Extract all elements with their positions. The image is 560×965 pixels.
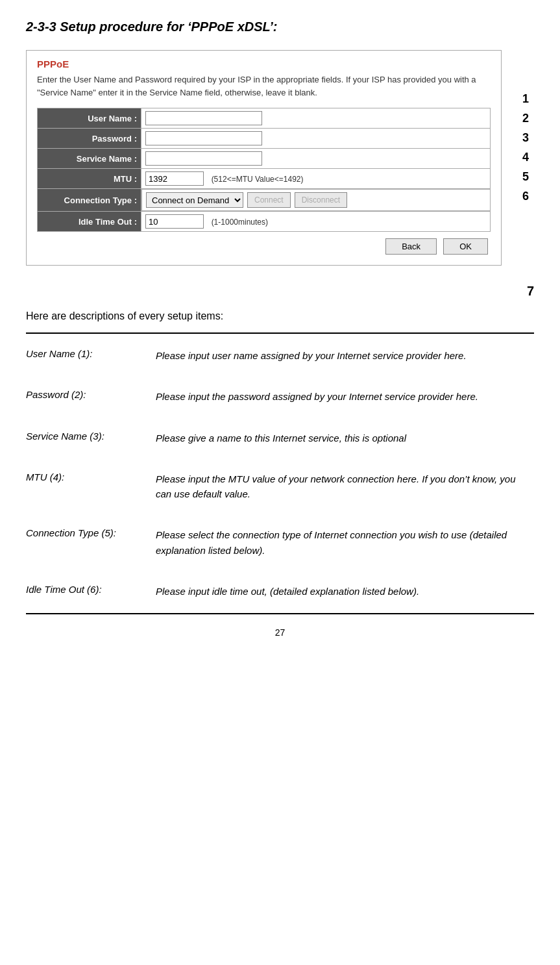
mtu-input-cell: 1392 (512<=MTU Value<=1492)	[141, 169, 491, 189]
connection-type-row: Connection Type : Connect on Demand Alwa…	[38, 189, 491, 212]
desc-text-4: Please input the MTU value of your netwo…	[156, 465, 534, 508]
desc-row-6: Idle Time Out (6): Please input idle tim…	[26, 577, 534, 605]
number-1: 1	[522, 89, 529, 108]
connection-type-select[interactable]: Connect on Demand Always On Manual	[146, 192, 243, 208]
idle-timeout-label: Idle Time Out :	[38, 212, 141, 232]
mtu-row: MTU : 1392 (512<=MTU Value<=1492)	[38, 169, 491, 189]
desc-row-3: Service Name (3): Please give a name to …	[26, 424, 534, 452]
desc-text-2: Please input the password assigned by yo…	[156, 382, 534, 410]
password-row: Password :	[38, 129, 491, 149]
ok-button[interactable]: OK	[443, 238, 488, 255]
service-name-input[interactable]	[145, 151, 262, 166]
connection-type-input-cell: Connect on Demand Always On Manual Conne…	[141, 189, 491, 211]
number-3: 3	[522, 128, 529, 147]
service-name-label: Service Name :	[38, 149, 141, 169]
number-6: 6	[522, 186, 529, 206]
field-numbers: 1 2 3 4 5 6	[522, 89, 529, 206]
service-name-row: Service Name :	[38, 149, 491, 169]
disconnect-button[interactable]: Disconnect	[295, 192, 347, 208]
desc-text-1: Please input user name assigned by your …	[156, 342, 534, 370]
desc-row-5: Connection Type (5): Please select the c…	[26, 521, 534, 564]
idle-timeout-row: Idle Time Out : 10 (1-1000minutes)	[38, 212, 491, 232]
desc-spacer-1	[26, 411, 534, 424]
desc-spacer-0	[26, 370, 534, 382]
number-5: 5	[522, 167, 529, 186]
desc-spacer-4	[26, 564, 534, 577]
service-name-input-cell	[141, 149, 491, 169]
mtu-input[interactable]: 1392	[145, 171, 204, 186]
config-form-table: User Name : Password : Service Name : MT…	[37, 108, 491, 232]
idle-timeout-hint: (1-1000minutes)	[212, 218, 268, 227]
form-buttons-row: Back OK	[37, 238, 491, 255]
user-name-row: User Name :	[38, 108, 491, 129]
idle-timeout-input[interactable]: 10	[145, 214, 204, 229]
desc-row-1: User Name (1): Please input user name as…	[26, 342, 534, 370]
connect-button[interactable]: Connect	[247, 192, 291, 208]
desc-label-2: Password (2):	[26, 382, 156, 410]
pppoe-config-box: PPPoE Enter the User Name and Password r…	[26, 50, 502, 266]
number-7: 7	[26, 284, 534, 299]
password-label: Password :	[38, 129, 141, 149]
password-input-cell	[141, 129, 491, 149]
desc-label-1: User Name (1):	[26, 342, 156, 370]
number-4: 4	[522, 147, 529, 167]
desc-label-4: MTU (4):	[26, 465, 156, 508]
desc-label-5: Connection Type (5):	[26, 521, 156, 564]
mtu-label: MTU :	[38, 169, 141, 189]
back-button[interactable]: Back	[385, 238, 437, 255]
top-rule	[26, 332, 534, 334]
user-name-input-cell	[141, 108, 491, 129]
desc-text-5: Please select the connection type of Int…	[156, 521, 534, 564]
desc-label-3: Service Name (3):	[26, 424, 156, 452]
desc-spacer-3	[26, 508, 534, 521]
descriptions-table: User Name (1): Please input user name as…	[26, 342, 534, 605]
user-name-input[interactable]	[145, 111, 262, 125]
desc-spacer-2	[26, 452, 534, 465]
desc-row-4: MTU (4): Please input the MTU value of y…	[26, 465, 534, 508]
descriptions-heading: Here are descriptions of every setup ite…	[26, 310, 534, 322]
number-2: 2	[522, 108, 529, 128]
pppoe-brand-label: PPPoE	[37, 58, 491, 69]
desc-text-6: Please input idle time out, (detailed ex…	[156, 577, 534, 605]
pppoe-description: Enter the User Name and Password require…	[37, 73, 491, 99]
user-name-label: User Name :	[38, 108, 141, 129]
desc-label-6: Idle Time Out (6):	[26, 577, 156, 605]
password-input[interactable]	[145, 131, 262, 145]
mtu-hint: (512<=MTU Value<=1492)	[212, 175, 304, 184]
page-number: 27	[26, 627, 534, 638]
desc-text-3: Please give a name to this Internet serv…	[156, 424, 534, 452]
bottom-rule	[26, 613, 534, 614]
desc-row-2: Password (2): Please input the password …	[26, 382, 534, 410]
idle-timeout-input-cell: 10 (1-1000minutes)	[141, 212, 491, 232]
connection-type-label: Connection Type :	[38, 189, 141, 212]
page-title: 2-3-3 Setup procedure for ‘PPPoE xDSL’:	[26, 19, 534, 34]
